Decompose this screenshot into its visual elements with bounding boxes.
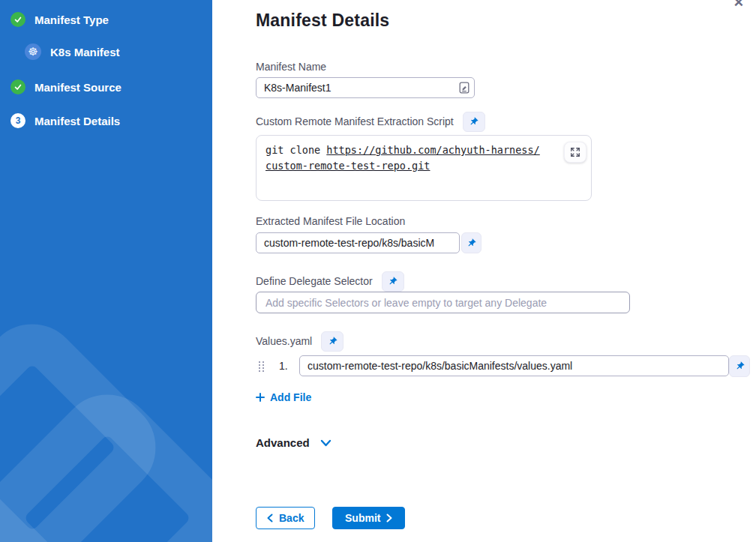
delegate-selector-input[interactable]	[256, 292, 630, 313]
values-file-path-input[interactable]	[299, 355, 729, 376]
wizard-sidebar: Manifest Type ☸ K8s Manifest Manifest So…	[0, 0, 212, 542]
runtime-input-pin-icon[interactable]	[729, 355, 750, 377]
script-link-text: https://github.com/achyuth-harness/	[326, 144, 539, 156]
step-label: Manifest Type	[34, 13, 109, 26]
step-number-badge: 3	[10, 113, 26, 128]
sidebar-step-k8s-manifest[interactable]: ☸ K8s Manifest	[0, 43, 212, 61]
plus-icon	[256, 393, 265, 402]
page-title: Manifest Details	[256, 10, 389, 31]
runtime-input-pin-icon[interactable]	[382, 271, 404, 292]
edit-id-icon[interactable]	[459, 82, 470, 97]
kubernetes-icon: ☸	[25, 43, 41, 60]
back-button[interactable]: Back	[256, 507, 315, 529]
manifest-name-input[interactable]	[256, 77, 475, 98]
values-file-row: 1.	[212, 355, 756, 377]
check-circle-icon	[10, 79, 26, 94]
file-location-input[interactable]	[256, 232, 460, 253]
sidebar-step-manifest-details[interactable]: 3 Manifest Details	[0, 112, 212, 130]
add-file-button[interactable]: Add File	[256, 391, 311, 403]
step-label: K8s Manifest	[50, 46, 120, 58]
expand-editor-icon[interactable]	[564, 142, 586, 163]
add-file-label: Add File	[270, 391, 311, 403]
delegate-selector-label: Define Delegate Selector	[256, 275, 373, 287]
check-circle-icon	[10, 12, 26, 27]
manifest-details-dialog: Manifest Type ☸ K8s Manifest Manifest So…	[0, 0, 756, 542]
runtime-input-pin-icon[interactable]	[461, 232, 482, 253]
drag-handle-icon[interactable]	[258, 361, 265, 375]
extraction-script-editor[interactable]: git clone https://github.com/achyuth-har…	[256, 135, 592, 201]
runtime-input-pin-icon[interactable]	[321, 331, 344, 352]
manifest-details-panel: ✕ Manifest Details Manifest Name Custom …	[212, 0, 756, 542]
file-location-label: Extracted Manifest File Location	[256, 215, 405, 227]
chevron-right-icon	[386, 514, 392, 523]
values-yaml-label: Values.yaml	[256, 335, 312, 347]
script-link-text: custom-remote-test-repo.git	[266, 160, 430, 172]
manifest-name-label: Manifest Name	[256, 61, 326, 73]
extraction-script-label: Custom Remote Manifest Extraction Script	[256, 115, 454, 127]
runtime-input-pin-icon[interactable]	[463, 112, 485, 132]
close-icon[interactable]: ✕	[734, 0, 744, 10]
step-label: Manifest Details	[34, 115, 120, 127]
advanced-section-toggle[interactable]: Advanced	[256, 436, 332, 449]
back-label: Back	[279, 512, 304, 524]
advanced-label: Advanced	[256, 436, 310, 449]
submit-button[interactable]: Submit	[332, 507, 405, 529]
chevron-down-icon	[320, 439, 332, 448]
row-index: 1.	[279, 355, 288, 377]
chevron-left-icon	[267, 514, 273, 523]
script-text: git clone	[266, 144, 326, 156]
step-label: Manifest Source	[34, 81, 122, 94]
sidebar-step-manifest-source[interactable]: Manifest Source	[0, 78, 212, 96]
sidebar-step-manifest-type[interactable]: Manifest Type	[0, 10, 212, 28]
submit-label: Submit	[345, 512, 380, 524]
